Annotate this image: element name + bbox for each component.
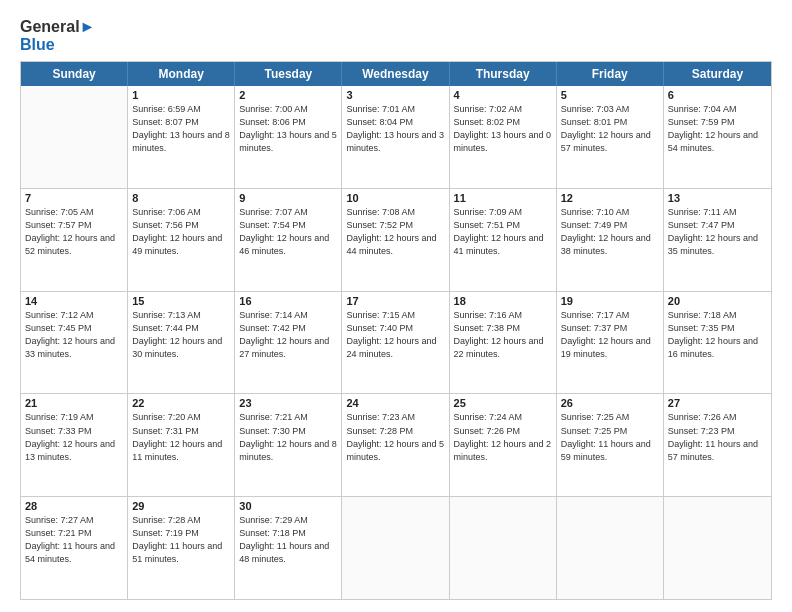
day-info: Daylight: 12 hours and 38 minutes. <box>561 232 659 258</box>
calendar-cell: 9Sunrise: 7:07 AMSunset: 7:54 PMDaylight… <box>235 189 342 291</box>
day-info: Daylight: 12 hours and 41 minutes. <box>454 232 552 258</box>
day-info: Daylight: 12 hours and 33 minutes. <box>25 335 123 361</box>
calendar-row: 14Sunrise: 7:12 AMSunset: 7:45 PMDayligh… <box>21 291 771 394</box>
day-info: Sunset: 7:25 PM <box>561 425 659 438</box>
day-number: 28 <box>25 500 123 512</box>
calendar-cell: 23Sunrise: 7:21 AMSunset: 7:30 PMDayligh… <box>235 394 342 496</box>
calendar-cell: 3Sunrise: 7:01 AMSunset: 8:04 PMDaylight… <box>342 86 449 188</box>
logo-text: General► Blue <box>20 18 95 53</box>
day-info: Daylight: 11 hours and 48 minutes. <box>239 540 337 566</box>
calendar-cell: 4Sunrise: 7:02 AMSunset: 8:02 PMDaylight… <box>450 86 557 188</box>
day-info: Daylight: 12 hours and 24 minutes. <box>346 335 444 361</box>
day-info: Daylight: 13 hours and 0 minutes. <box>454 129 552 155</box>
day-info: Sunset: 7:42 PM <box>239 322 337 335</box>
day-info: Sunset: 7:52 PM <box>346 219 444 232</box>
calendar-header: SundayMondayTuesdayWednesdayThursdayFrid… <box>21 62 771 86</box>
header: General► Blue <box>20 18 772 53</box>
day-info: Sunrise: 7:11 AM <box>668 206 767 219</box>
day-number: 3 <box>346 89 444 101</box>
day-info: Daylight: 12 hours and 22 minutes. <box>454 335 552 361</box>
day-number: 18 <box>454 295 552 307</box>
day-info: Daylight: 12 hours and 27 minutes. <box>239 335 337 361</box>
day-info: Sunrise: 7:16 AM <box>454 309 552 322</box>
day-info: Daylight: 12 hours and 52 minutes. <box>25 232 123 258</box>
calendar-cell: 24Sunrise: 7:23 AMSunset: 7:28 PMDayligh… <box>342 394 449 496</box>
calendar-cell: 15Sunrise: 7:13 AMSunset: 7:44 PMDayligh… <box>128 292 235 394</box>
day-info: Daylight: 13 hours and 8 minutes. <box>132 129 230 155</box>
day-info: Daylight: 13 hours and 5 minutes. <box>239 129 337 155</box>
day-number: 19 <box>561 295 659 307</box>
day-info: Daylight: 12 hours and 5 minutes. <box>346 438 444 464</box>
day-info: Sunrise: 7:09 AM <box>454 206 552 219</box>
day-info: Daylight: 11 hours and 59 minutes. <box>561 438 659 464</box>
day-info: Daylight: 12 hours and 13 minutes. <box>25 438 123 464</box>
calendar-body: 1Sunrise: 6:59 AMSunset: 8:07 PMDaylight… <box>21 86 771 599</box>
day-info: Sunrise: 7:04 AM <box>668 103 767 116</box>
calendar-cell: 19Sunrise: 7:17 AMSunset: 7:37 PMDayligh… <box>557 292 664 394</box>
day-number: 21 <box>25 397 123 409</box>
day-number: 23 <box>239 397 337 409</box>
day-info: Sunrise: 7:26 AM <box>668 411 767 424</box>
day-info: Sunset: 7:23 PM <box>668 425 767 438</box>
calendar-cell: 5Sunrise: 7:03 AMSunset: 8:01 PMDaylight… <box>557 86 664 188</box>
day-info: Sunset: 7:26 PM <box>454 425 552 438</box>
weekday-header: Tuesday <box>235 62 342 86</box>
day-info: Sunrise: 7:25 AM <box>561 411 659 424</box>
day-info: Sunrise: 7:21 AM <box>239 411 337 424</box>
day-info: Daylight: 11 hours and 57 minutes. <box>668 438 767 464</box>
day-info: Daylight: 12 hours and 44 minutes. <box>346 232 444 258</box>
day-number: 14 <box>25 295 123 307</box>
calendar-row: 1Sunrise: 6:59 AMSunset: 8:07 PMDaylight… <box>21 86 771 188</box>
calendar-cell <box>664 497 771 599</box>
day-number: 4 <box>454 89 552 101</box>
calendar-cell <box>342 497 449 599</box>
calendar-cell: 29Sunrise: 7:28 AMSunset: 7:19 PMDayligh… <box>128 497 235 599</box>
day-info: Daylight: 11 hours and 51 minutes. <box>132 540 230 566</box>
day-info: Daylight: 12 hours and 11 minutes. <box>132 438 230 464</box>
logo: General► Blue <box>20 18 95 53</box>
day-info: Sunset: 7:45 PM <box>25 322 123 335</box>
day-info: Sunset: 7:57 PM <box>25 219 123 232</box>
calendar-cell: 26Sunrise: 7:25 AMSunset: 7:25 PMDayligh… <box>557 394 664 496</box>
calendar-cell <box>557 497 664 599</box>
day-info: Sunset: 7:40 PM <box>346 322 444 335</box>
day-info: Sunset: 7:37 PM <box>561 322 659 335</box>
day-number: 27 <box>668 397 767 409</box>
day-info: Sunrise: 7:06 AM <box>132 206 230 219</box>
calendar-cell: 12Sunrise: 7:10 AMSunset: 7:49 PMDayligh… <box>557 189 664 291</box>
day-info: Daylight: 12 hours and 2 minutes. <box>454 438 552 464</box>
day-info: Sunset: 8:02 PM <box>454 116 552 129</box>
day-info: Sunrise: 7:03 AM <box>561 103 659 116</box>
calendar-cell: 10Sunrise: 7:08 AMSunset: 7:52 PMDayligh… <box>342 189 449 291</box>
day-info: Sunrise: 7:18 AM <box>668 309 767 322</box>
day-info: Sunrise: 7:00 AM <box>239 103 337 116</box>
day-info: Sunset: 7:28 PM <box>346 425 444 438</box>
day-info: Sunrise: 7:10 AM <box>561 206 659 219</box>
day-info: Daylight: 12 hours and 30 minutes. <box>132 335 230 361</box>
day-info: Sunset: 7:49 PM <box>561 219 659 232</box>
day-info: Sunset: 7:35 PM <box>668 322 767 335</box>
day-info: Daylight: 12 hours and 49 minutes. <box>132 232 230 258</box>
calendar-cell: 25Sunrise: 7:24 AMSunset: 7:26 PMDayligh… <box>450 394 557 496</box>
day-number: 8 <box>132 192 230 204</box>
calendar-cell: 1Sunrise: 6:59 AMSunset: 8:07 PMDaylight… <box>128 86 235 188</box>
day-number: 15 <box>132 295 230 307</box>
day-info: Sunrise: 6:59 AM <box>132 103 230 116</box>
day-info: Sunset: 7:19 PM <box>132 527 230 540</box>
day-number: 1 <box>132 89 230 101</box>
day-info: Daylight: 12 hours and 16 minutes. <box>668 335 767 361</box>
calendar-cell: 14Sunrise: 7:12 AMSunset: 7:45 PMDayligh… <box>21 292 128 394</box>
calendar-cell: 2Sunrise: 7:00 AMSunset: 8:06 PMDaylight… <box>235 86 342 188</box>
calendar-cell: 17Sunrise: 7:15 AMSunset: 7:40 PMDayligh… <box>342 292 449 394</box>
day-info: Sunset: 7:33 PM <box>25 425 123 438</box>
calendar-cell <box>450 497 557 599</box>
day-number: 12 <box>561 192 659 204</box>
day-info: Daylight: 13 hours and 3 minutes. <box>346 129 444 155</box>
day-info: Sunset: 7:31 PM <box>132 425 230 438</box>
calendar-cell <box>21 86 128 188</box>
day-info: Sunrise: 7:14 AM <box>239 309 337 322</box>
day-info: Sunrise: 7:02 AM <box>454 103 552 116</box>
day-info: Sunset: 7:56 PM <box>132 219 230 232</box>
day-info: Sunset: 7:44 PM <box>132 322 230 335</box>
day-info: Daylight: 11 hours and 54 minutes. <box>25 540 123 566</box>
